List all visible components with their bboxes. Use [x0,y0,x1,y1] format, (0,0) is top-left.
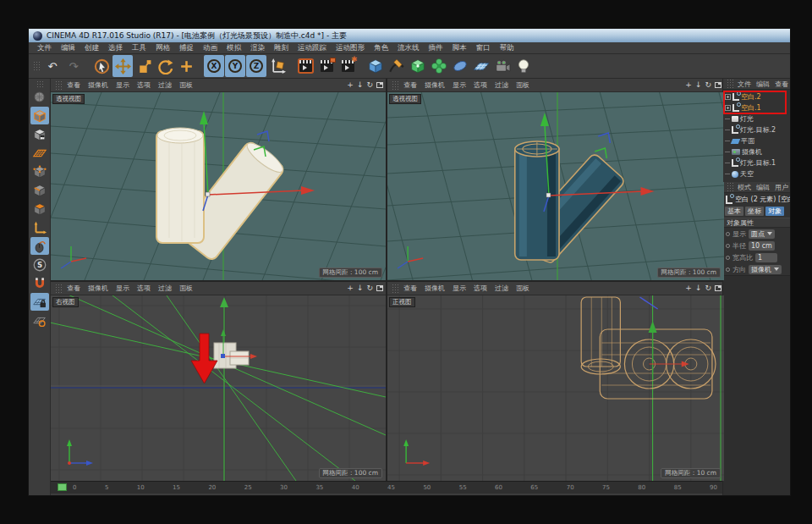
menu-item[interactable]: 雕刻 [274,43,288,53]
object-row-plane[interactable]: 平面 [723,135,790,146]
viewport-menu-item[interactable]: 显示 [116,80,129,90]
redo-icon[interactable]: ↷ [63,55,84,77]
object-row-camera[interactable]: 摄像机 [723,146,790,157]
viewport-menu-item[interactable]: 过滤 [495,80,508,90]
render-settings-icon[interactable]: ✱ [337,55,358,77]
viewport-menu-item[interactable]: 面板 [516,284,529,293]
rotate-view-icon[interactable]: ↻ [705,284,711,292]
title-bar[interactable]: CINEMA 4D R17.016 Studio (R17) - [电池案例（灯… [29,29,790,42]
spline-pen-icon[interactable] [387,55,407,77]
viewport-canvas[interactable]: 透视视图 网格间距 : 100 cm [51,92,386,280]
scale-tool-icon[interactable] [134,55,154,77]
menu-item[interactable]: 工具 [132,43,146,53]
aspect-ratio-input[interactable]: 1 [755,253,777,262]
tab-basic[interactable]: 基本 [725,207,743,216]
menu-item[interactable]: 文件 [37,43,52,53]
lock-x-axis-icon[interactable]: X [204,55,224,77]
object-row-null-2[interactable]: 空白.2 [723,91,790,102]
panel-menu-item[interactable]: 模式 [738,183,751,192]
viewport-grip[interactable] [55,284,62,294]
expand-icon[interactable] [725,94,731,100]
menu-item[interactable]: 模拟 [227,43,241,53]
keyframe-dot-icon[interactable] [726,244,730,248]
make-editable-icon[interactable] [30,88,49,106]
viewport-grip[interactable] [55,80,62,91]
enable-snap-icon[interactable]: S [30,256,49,273]
pan-view-icon[interactable]: + [685,284,692,292]
object-row-null-1[interactable]: 空白.1 [723,102,790,113]
viewport-menu-item[interactable]: 显示 [453,284,466,293]
texture-mode-icon[interactable] [30,125,49,143]
lock-z-axis-icon[interactable]: Z [246,55,266,77]
keyframe-dot-icon[interactable] [726,256,730,260]
tab-object[interactable]: 对象 [765,207,784,216]
menu-item[interactable]: 角色 [374,43,388,53]
viewport-menu-item[interactable]: 选项 [137,284,151,293]
viewport-menu-item[interactable]: 过滤 [158,80,172,90]
menu-item[interactable]: 编辑 [61,43,75,53]
polygons-mode-icon[interactable] [30,200,49,218]
viewport-menu-item[interactable]: 面板 [179,80,193,90]
display-dropdown[interactable]: 圆点 [749,229,775,239]
viewport-menu-item[interactable]: 查看 [403,80,417,90]
panel-grip[interactable] [727,79,733,89]
zoom-view-icon[interactable]: ↓ [695,81,702,89]
floor-icon[interactable] [471,55,491,77]
panel-menu-item[interactable]: 查看 [775,80,788,89]
magnet-icon[interactable] [30,274,49,292]
viewport-menu-item[interactable]: 查看 [403,284,417,293]
last-tool-icon[interactable] [176,55,196,77]
viewport-canvas[interactable]: 正视图 网格间距 : 10 cm [387,295,724,481]
light-icon[interactable] [513,55,534,77]
render-view-icon[interactable] [295,55,315,77]
rotate-view-icon[interactable]: ↻ [366,284,373,292]
viewport-menu-item[interactable]: 选项 [474,284,487,293]
expand-icon[interactable] [725,105,731,111]
viewport-grip[interactable] [392,80,398,91]
menu-item[interactable]: 网格 [156,43,170,53]
menu-item[interactable]: 创建 [85,43,99,53]
viewport-grip[interactable] [392,284,398,294]
lock-y-axis-icon[interactable]: Y [225,55,245,77]
viewport-menu-item[interactable]: 摄像机 [425,80,445,90]
workplane-icon[interactable] [30,312,49,329]
menu-item[interactable]: 流水线 [398,43,420,53]
orientation-dropdown[interactable]: 摄像机 [749,265,782,274]
timeline-ruler[interactable]: 051015202530354045505560657075808590 [51,481,722,494]
viewport-menu-item[interactable]: 摄像机 [425,284,445,293]
undo-icon[interactable]: ↶ [42,55,63,77]
panel-menu-item[interactable]: 编辑 [756,183,770,192]
viewport-menu-item[interactable]: 选项 [137,80,151,90]
keyframe-dot-icon[interactable] [726,268,730,272]
viewport-solo-icon[interactable] [30,237,49,255]
zoom-view-icon[interactable]: ↓ [357,81,364,89]
viewport-menu-item[interactable]: 查看 [67,284,80,293]
viewport-menu-item[interactable]: 面板 [516,80,529,90]
move-tool-icon[interactable] [112,55,133,77]
pan-view-icon[interactable]: + [347,284,354,292]
viewport-canvas[interactable]: 右视图 网格间距 : 100 cm [51,295,386,481]
panel-menu-item[interactable]: 文件 [738,80,751,89]
zoom-view-icon[interactable]: ↓ [357,284,364,292]
lock-workplane-icon[interactable] [30,293,49,311]
rail-grip[interactable] [36,80,43,87]
menu-item[interactable]: 脚本 [453,43,467,53]
points-mode-icon[interactable] [30,163,49,180]
enable-axis-icon[interactable] [30,218,49,236]
workplane-mode-icon[interactable] [30,144,49,162]
viewport-menu-item[interactable]: 显示 [116,284,129,293]
menu-item[interactable]: 帮助 [500,43,514,53]
deformers-icon[interactable] [429,55,449,77]
object-row-sky[interactable]: 天空 [723,168,790,179]
pan-view-icon[interactable]: + [347,81,354,89]
viewport-menu-item[interactable]: 过滤 [158,284,172,293]
panel-menu-item[interactable]: 用户 [775,183,788,192]
render-picture-viewer-icon[interactable] [316,55,337,77]
zoom-view-icon[interactable]: ↓ [695,284,702,292]
radius-input[interactable]: 10 cm [749,241,775,251]
pan-view-icon[interactable]: + [685,81,692,89]
model-mode-icon[interactable] [30,107,49,124]
toolbar-grip[interactable] [33,61,40,71]
generators-icon[interactable] [408,55,428,77]
menu-item[interactable]: 运动跟踪 [298,43,326,53]
